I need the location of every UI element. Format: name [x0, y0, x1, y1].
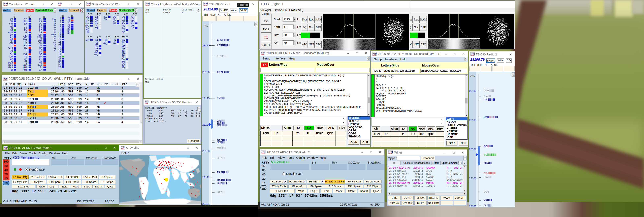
svg-text:MM: MM — [204, 4, 207, 6]
svg-text:MM: MM — [4, 148, 7, 150]
svg-text:MM: MM — [373, 54, 376, 56]
svg-text:MM: MM — [4, 4, 7, 6]
svg-text:MM: MM — [146, 4, 149, 6]
svg-text:MM: MM — [471, 55, 474, 56]
svg-text:MM: MM — [389, 153, 392, 154]
svg-text:MM: MM — [4, 79, 7, 81]
svg-text:MM: MM — [262, 153, 265, 154]
svg-text:MM: MM — [145, 102, 148, 104]
svg-text:MM: MM — [121, 148, 124, 150]
svg-text:MM: MM — [87, 4, 90, 6]
svg-text:MM: MM — [261, 53, 264, 55]
